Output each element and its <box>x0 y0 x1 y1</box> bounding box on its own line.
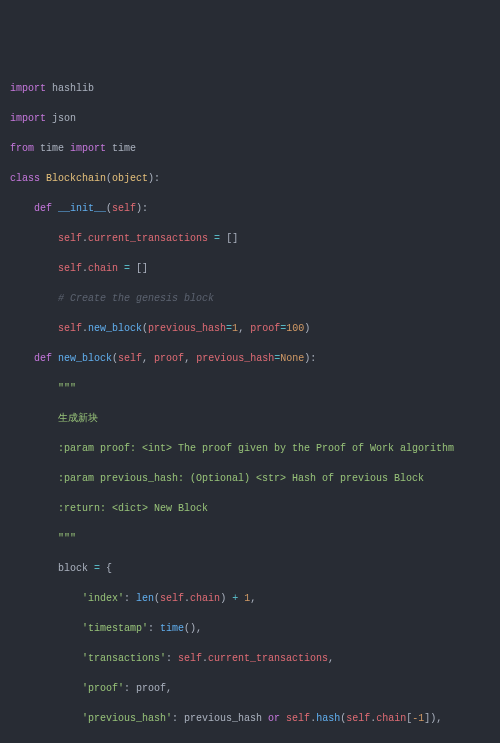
attr: chain <box>190 593 220 604</box>
docstring: :return: <dict> New Block <box>58 503 208 514</box>
code-line: block = { <box>10 561 490 576</box>
attr: current_transactions <box>208 653 328 664</box>
method-name: __init__ <box>58 203 106 214</box>
var: previous_hash <box>184 713 262 724</box>
kwarg: proof <box>250 323 280 334</box>
op-eq: = <box>94 563 100 574</box>
var: block <box>58 563 88 574</box>
colon: : <box>310 353 316 364</box>
self-ref: self <box>346 713 370 724</box>
self-ref: self <box>160 593 184 604</box>
code-line: self.chain = [] <box>10 261 490 276</box>
code-line: import json <box>10 111 490 126</box>
keyword-import: import <box>10 113 46 124</box>
code-line: 'previous_hash': previous_hash or self.h… <box>10 711 490 726</box>
dict-key: 'previous_hash' <box>82 713 172 724</box>
module-name: time <box>40 143 64 154</box>
code-line: # Create the genesis block <box>10 291 490 306</box>
code-line: import hashlib <box>10 81 490 96</box>
param-self: self <box>112 203 136 214</box>
class-name: Blockchain <box>46 173 106 184</box>
self-ref: self <box>58 233 82 244</box>
module-name: json <box>52 113 76 124</box>
op-plus: + <box>232 593 238 604</box>
param: proof <box>154 353 184 364</box>
value: [] <box>226 233 238 244</box>
code-line: 'proof': proof, <box>10 681 490 696</box>
code-block: import hashlib import json from time imp… <box>10 66 490 743</box>
number: 1 <box>244 593 250 604</box>
module-name: hashlib <box>52 83 94 94</box>
comment: # Create the genesis block <box>58 293 214 304</box>
attr: chain <box>88 263 118 274</box>
self-ref: self <box>178 653 202 664</box>
code-line: """ <box>10 531 490 546</box>
builtin: len <box>136 593 154 604</box>
keyword-from: from <box>10 143 34 154</box>
dict-key: 'proof' <box>82 683 124 694</box>
code-line: 生成新块 <box>10 411 490 426</box>
keyword-or: or <box>268 713 280 724</box>
code-line: 'index': len(self.chain) + 1, <box>10 591 490 606</box>
fn-call: time <box>160 623 184 634</box>
code-line: :return: <dict> New Block <box>10 501 490 516</box>
keyword-import: import <box>10 83 46 94</box>
code-line: """ <box>10 381 490 396</box>
number: 1 <box>232 323 238 334</box>
const-none: None <box>280 353 304 364</box>
param: previous_hash <box>196 353 274 364</box>
docstring: 生成新块 <box>58 413 98 424</box>
docstring-quote: """ <box>58 383 76 394</box>
self-ref: self <box>58 323 82 334</box>
dict-key: 'transactions' <box>82 653 166 664</box>
docstring-quote: """ <box>58 533 76 544</box>
keyword-class: class <box>10 173 40 184</box>
code-line: self.current_transactions = [] <box>10 231 490 246</box>
code-line: class Blockchain(object): <box>10 171 490 186</box>
param-self: self <box>118 353 142 364</box>
method-call: hash <box>316 713 340 724</box>
attr: chain <box>376 713 406 724</box>
value: [] <box>136 263 148 274</box>
keyword-def: def <box>34 203 52 214</box>
keyword-def: def <box>34 353 52 364</box>
code-line: from time import time <box>10 141 490 156</box>
dict-key: 'index' <box>82 593 124 604</box>
attr: current_transactions <box>88 233 208 244</box>
method-name: new_block <box>58 353 112 364</box>
var: proof <box>136 683 166 694</box>
number: -1 <box>412 713 424 724</box>
code-line: 'timestamp': time(), <box>10 621 490 636</box>
method-call: new_block <box>88 323 142 334</box>
code-line: def __init__(self): <box>10 201 490 216</box>
op-eq: = <box>124 263 130 274</box>
op-eq: = <box>214 233 220 244</box>
brace: { <box>106 563 112 574</box>
code-line: 'transactions': self.current_transaction… <box>10 651 490 666</box>
keyword-import: import <box>70 143 106 154</box>
number: 100 <box>286 323 304 334</box>
code-line: :param previous_hash: (Optional) <str> H… <box>10 471 490 486</box>
self-ref: self <box>58 263 82 274</box>
self-ref: self <box>286 713 310 724</box>
code-line: def new_block(self, proof, previous_hash… <box>10 351 490 366</box>
dict-key: 'timestamp' <box>82 623 148 634</box>
kwarg: previous_hash <box>148 323 226 334</box>
code-line: :param proof: <int> The proof given by t… <box>10 441 490 456</box>
code-line: self.new_block(previous_hash=1, proof=10… <box>10 321 490 336</box>
docstring: :param previous_hash: (Optional) <str> H… <box>58 473 424 484</box>
name: time <box>112 143 136 154</box>
base-class: object <box>112 173 148 184</box>
docstring: :param proof: <int> The proof given by t… <box>58 443 454 454</box>
